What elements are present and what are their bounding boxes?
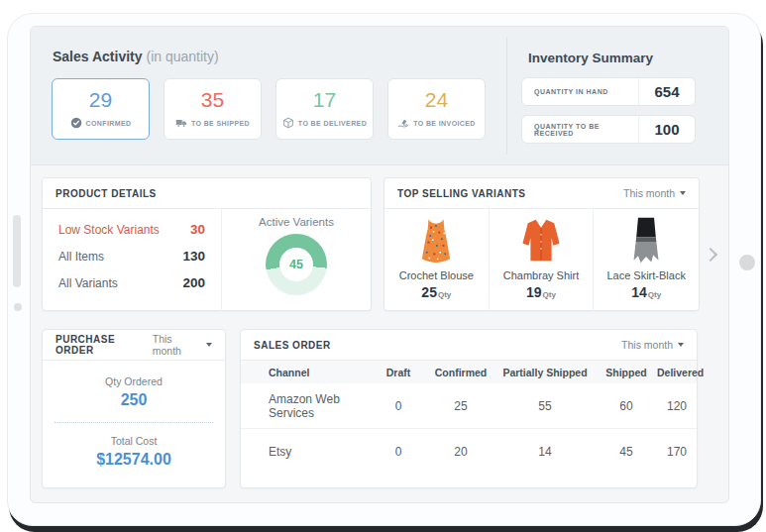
- sales-activity-title-sub: (in quantity): [147, 49, 219, 64]
- purchase-order-period-dropdown[interactable]: This month: [153, 333, 212, 357]
- top-selling-period-label: This month: [623, 187, 675, 199]
- all-variants-label: All Variants: [58, 276, 118, 290]
- col-draft: Draft: [370, 367, 427, 378]
- lace-skirt-black-qty-unit: Qty: [648, 290, 661, 299]
- low-stock-variants-value: 30: [190, 222, 205, 237]
- variant-crochet-blouse[interactable]: Crochet Blouse 25Qty: [384, 209, 490, 311]
- sales-order-period-dropdown[interactable]: This month: [621, 339, 684, 351]
- card-to-be-shipped[interactable]: 35 TO BE SHIPPED: [164, 78, 262, 140]
- col-confirmed: Confirmed: [427, 367, 494, 378]
- sales-order-title: SALES ORDER: [254, 340, 331, 351]
- row-confirmed: 25: [427, 399, 494, 413]
- chambray-shirt-qty-unit: Qty: [543, 290, 556, 299]
- row-draft: 0: [370, 445, 427, 459]
- col-delivered: Delivered: [657, 367, 704, 378]
- tablet-side-slot: [13, 215, 21, 287]
- top-selling-period-dropdown[interactable]: This month: [623, 187, 686, 199]
- row-partially-shipped: 55: [494, 399, 596, 413]
- chambray-shirt-qty: 19Qty: [490, 284, 594, 300]
- tablet-camera-dot: [14, 303, 22, 311]
- crochet-blouse-qty: 25Qty: [384, 284, 489, 300]
- tablet-home-button: [739, 255, 755, 270]
- card-to-be-invoiced[interactable]: 24 TO BE INVOICED: [387, 78, 486, 140]
- col-channel: Channel: [241, 367, 370, 378]
- all-items-label: All Items: [58, 250, 104, 264]
- row-partially-shipped: 14: [494, 445, 596, 459]
- top-selling-variants-panel: TOP SELLING VARIANTS This month Crochet …: [383, 177, 700, 311]
- to-be-delivered-count: 17: [313, 89, 336, 110]
- all-variants-value: 200: [182, 275, 205, 290]
- purchase-order-period-label: This month: [153, 333, 201, 357]
- to-be-invoiced-label: TO BE INVOICED: [413, 120, 476, 127]
- chevron-down-icon: [678, 343, 684, 347]
- inventory-summary-title: Inventory Summary: [528, 51, 653, 65]
- all-variants-row[interactable]: All Variants 200: [58, 275, 205, 290]
- to-be-delivered-label: TO BE DELIVERED: [298, 120, 367, 127]
- quantity-to-be-received-row: QUANTITY TO BE RECEIVED 100: [521, 115, 696, 144]
- qty-ordered-label: Qty Ordered: [43, 375, 225, 387]
- card-to-be-delivered[interactable]: 17 TO BE DELIVERED: [275, 78, 374, 140]
- quantity-in-hand-label: QUANTITY IN HAND: [522, 88, 638, 95]
- low-stock-variants-row[interactable]: Low Stock Variants 30: [58, 222, 205, 237]
- row-delivered: 120: [657, 399, 697, 413]
- row-channel: Etsy: [241, 445, 370, 459]
- all-items-row[interactable]: All Items 130: [58, 249, 205, 264]
- chambray-shirt-image: [518, 217, 564, 265]
- row-shipped: 60: [596, 399, 657, 413]
- to-be-shipped-count: 35: [201, 89, 224, 110]
- crochet-blouse-qty-value: 25: [421, 284, 437, 300]
- invoice-icon: [397, 117, 409, 129]
- quantity-in-hand-row: QUANTITY IN HAND 654: [521, 77, 696, 106]
- sales-activity-cards: 29 CONFIRMED 35 TO BE SHIPPED: [52, 78, 486, 140]
- chevron-down-icon: [680, 191, 686, 195]
- sales-order-panel: SALES ORDER This month Channel Draft Con…: [240, 329, 698, 488]
- top-selling-title: TOP SELLING VARIANTS: [397, 188, 525, 199]
- table-row-amazon-web-services: Amazon Web Services 0 25 55 60 120: [241, 383, 697, 429]
- chevron-down-icon: [206, 343, 212, 347]
- crochet-blouse-qty-unit: Qty: [438, 290, 451, 299]
- dashboard-screen: Sales Activity(in quantity) 29 CONFIRMED…: [30, 26, 729, 503]
- col-shipped: Shipped: [596, 367, 657, 378]
- lace-skirt-black-qty-value: 14: [631, 284, 647, 300]
- check-circle-icon: [70, 117, 82, 129]
- purchase-order-panel: PURCHASE ORDER This month Qty Ordered 25…: [42, 329, 226, 488]
- sales-activity-title: Sales Activity(in quantity): [53, 49, 219, 64]
- to-be-invoiced-count: 24: [425, 89, 448, 110]
- truck-icon: [175, 117, 187, 129]
- sales-activity-title-main: Sales Activity: [53, 49, 143, 64]
- variant-lace-skirt-black[interactable]: Lace Skirt-Black 14Qty: [594, 209, 699, 311]
- row-draft: 0: [370, 399, 427, 413]
- to-be-shipped-label: TO BE SHIPPED: [191, 120, 250, 127]
- crochet-blouse-image: [416, 216, 456, 266]
- lace-skirt-black-qty: 14Qty: [594, 284, 699, 300]
- card-confirmed[interactable]: 29 CONFIRMED: [52, 78, 150, 140]
- active-variants-donut: 45: [266, 234, 327, 295]
- row-confirmed: 20: [427, 445, 494, 459]
- row-channel: Amazon Web Services: [241, 392, 370, 420]
- quantity-to-be-received-label: QUANTITY TO BE RECEIVED: [522, 123, 638, 137]
- total-cost-value: $12574.00: [43, 451, 225, 469]
- row-delivered: 170: [657, 445, 697, 459]
- confirmed-count: 29: [89, 89, 112, 110]
- purchase-order-divider: [55, 422, 213, 423]
- all-items-value: 130: [182, 249, 205, 264]
- variant-chambray-shirt[interactable]: Chambray Shirt 19Qty: [490, 209, 595, 311]
- col-partially-shipped: Partially Shipped: [494, 367, 596, 378]
- crochet-blouse-name: Crochet Blouse: [384, 269, 489, 281]
- low-stock-variants-label: Low Stock Variants: [58, 223, 160, 237]
- active-variants-label: Active Varients: [222, 216, 371, 228]
- sales-order-table-header: Channel Draft Confirmed Partially Shippe…: [241, 361, 697, 383]
- purchase-order-title: PURCHASE ORDER: [55, 334, 153, 356]
- product-details-title: PRODUCT DETAILS: [55, 188, 157, 199]
- sales-order-period-label: This month: [621, 339, 673, 351]
- table-row-etsy: Etsy 0 20 14 45 170: [241, 429, 697, 474]
- chambray-shirt-qty-value: 19: [526, 284, 542, 300]
- inventory-summary-list: QUANTITY IN HAND 654 QUANTITY TO BE RECE…: [521, 77, 696, 144]
- total-cost-label: Total Cost: [43, 435, 225, 447]
- chambray-shirt-name: Chambray Shirt: [490, 269, 594, 281]
- product-details-panel: PRODUCT DETAILS Low Stock Variants 30 Al…: [42, 177, 372, 311]
- carousel-next-icon[interactable]: [704, 248, 717, 262]
- topband-divider: [506, 37, 507, 155]
- product-details-stats: Low Stock Variants 30 All Items 130 All …: [43, 209, 222, 311]
- active-variants-value: 45: [279, 248, 313, 281]
